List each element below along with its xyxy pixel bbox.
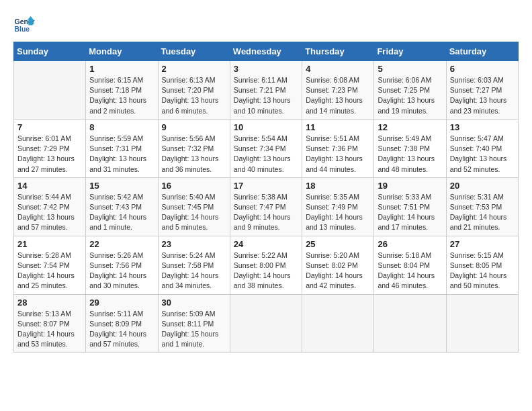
- day-number: 28: [17, 298, 82, 308]
- day-info: Sunrise: 5:54 AMSunset: 7:34 PMDaylight:…: [234, 134, 298, 175]
- day-number: 10: [234, 122, 298, 132]
- calendar-body: 1Sunrise: 6:15 AMSunset: 7:18 PMDaylight…: [14, 61, 519, 353]
- calendar-cell: 19Sunrise: 5:33 AMSunset: 7:51 PMDayligh…: [374, 177, 446, 236]
- day-number: 16: [162, 181, 226, 191]
- calendar-week-2: 7Sunrise: 6:01 AMSunset: 7:29 PMDaylight…: [14, 119, 519, 177]
- day-number: 20: [450, 181, 515, 191]
- day-info: Sunrise: 6:15 AMSunset: 7:18 PMDaylight:…: [89, 75, 154, 116]
- day-number: 24: [234, 239, 298, 249]
- page-header: General Blue: [13, 13, 519, 35]
- calendar-week-3: 14Sunrise: 5:44 AMSunset: 7:42 PMDayligh…: [14, 177, 519, 236]
- day-number: 9: [162, 122, 226, 132]
- day-number: 17: [234, 181, 298, 191]
- calendar-cell: 29Sunrise: 5:11 AMSunset: 8:09 PMDayligh…: [86, 294, 158, 353]
- day-number: 12: [378, 122, 442, 132]
- day-number: 2: [162, 64, 226, 74]
- svg-text:Blue: Blue: [15, 26, 30, 33]
- calendar-cell: 22Sunrise: 5:26 AMSunset: 7:56 PMDayligh…: [86, 236, 158, 294]
- calendar-cell: 5Sunrise: 6:06 AMSunset: 7:25 PMDaylight…: [374, 61, 446, 120]
- day-info: Sunrise: 6:11 AMSunset: 7:21 PMDaylight:…: [234, 75, 298, 116]
- weekday-header-thursday: Thursday: [302, 42, 374, 61]
- day-number: 8: [89, 122, 154, 132]
- day-number: 27: [450, 239, 515, 249]
- day-info: Sunrise: 6:06 AMSunset: 7:25 PMDaylight:…: [378, 75, 442, 116]
- day-info: Sunrise: 6:13 AMSunset: 7:20 PMDaylight:…: [162, 75, 226, 116]
- logo-icon: General Blue: [13, 13, 35, 35]
- calendar-cell: 23Sunrise: 5:24 AMSunset: 7:58 PMDayligh…: [158, 236, 230, 294]
- calendar-cell: [374, 294, 446, 353]
- day-info: Sunrise: 5:47 AMSunset: 7:40 PMDaylight:…: [450, 134, 515, 175]
- calendar-cell: 14Sunrise: 5:44 AMSunset: 7:42 PMDayligh…: [14, 177, 86, 236]
- day-info: Sunrise: 5:40 AMSunset: 7:45 PMDaylight:…: [162, 192, 226, 233]
- day-number: 3: [234, 64, 298, 74]
- calendar-cell: 1Sunrise: 6:15 AMSunset: 7:18 PMDaylight…: [86, 61, 158, 120]
- logo: General Blue: [13, 13, 38, 35]
- weekday-header-friday: Friday: [374, 42, 446, 61]
- calendar-cell: 9Sunrise: 5:56 AMSunset: 7:32 PMDaylight…: [158, 119, 230, 177]
- day-info: Sunrise: 5:11 AMSunset: 8:09 PMDaylight:…: [89, 309, 154, 350]
- day-info: Sunrise: 5:24 AMSunset: 7:58 PMDaylight:…: [162, 250, 226, 291]
- day-info: Sunrise: 5:42 AMSunset: 7:43 PMDaylight:…: [89, 192, 154, 233]
- calendar-cell: 20Sunrise: 5:31 AMSunset: 7:53 PMDayligh…: [446, 177, 518, 236]
- calendar-cell: 12Sunrise: 5:49 AMSunset: 7:38 PMDayligh…: [374, 119, 446, 177]
- day-number: 4: [306, 64, 370, 74]
- day-number: 21: [17, 239, 82, 249]
- day-info: Sunrise: 5:59 AMSunset: 7:31 PMDaylight:…: [89, 134, 154, 175]
- day-info: Sunrise: 5:44 AMSunset: 7:42 PMDaylight:…: [17, 192, 82, 233]
- calendar-cell: 15Sunrise: 5:42 AMSunset: 7:43 PMDayligh…: [86, 177, 158, 236]
- calendar-header: SundayMondayTuesdayWednesdayThursdayFrid…: [14, 42, 519, 61]
- calendar-cell: 28Sunrise: 5:13 AMSunset: 8:07 PMDayligh…: [14, 294, 86, 353]
- calendar-cell: 16Sunrise: 5:40 AMSunset: 7:45 PMDayligh…: [158, 177, 230, 236]
- calendar-cell: 21Sunrise: 5:28 AMSunset: 7:54 PMDayligh…: [14, 236, 86, 294]
- day-info: Sunrise: 5:35 AMSunset: 7:49 PMDaylight:…: [306, 192, 370, 233]
- day-number: 26: [378, 239, 442, 249]
- day-number: 7: [17, 122, 82, 132]
- day-number: 14: [17, 181, 82, 191]
- calendar-cell: 3Sunrise: 6:11 AMSunset: 7:21 PMDaylight…: [230, 61, 302, 120]
- day-number: 6: [450, 64, 515, 74]
- weekday-header-monday: Monday: [86, 42, 158, 61]
- day-info: Sunrise: 5:18 AMSunset: 8:04 PMDaylight:…: [378, 250, 442, 291]
- day-info: Sunrise: 5:26 AMSunset: 7:56 PMDaylight:…: [89, 250, 154, 291]
- calendar-cell: 4Sunrise: 6:08 AMSunset: 7:23 PMDaylight…: [302, 61, 374, 120]
- day-number: 29: [89, 298, 154, 308]
- day-number: 23: [162, 239, 226, 249]
- weekday-header-wednesday: Wednesday: [230, 42, 302, 61]
- day-number: 25: [306, 239, 370, 249]
- calendar-week-4: 21Sunrise: 5:28 AMSunset: 7:54 PMDayligh…: [14, 236, 519, 294]
- day-info: Sunrise: 6:03 AMSunset: 7:27 PMDaylight:…: [450, 75, 515, 116]
- calendar-cell: 8Sunrise: 5:59 AMSunset: 7:31 PMDaylight…: [86, 119, 158, 177]
- day-info: Sunrise: 5:22 AMSunset: 8:00 PMDaylight:…: [234, 250, 298, 291]
- calendar-cell: 18Sunrise: 5:35 AMSunset: 7:49 PMDayligh…: [302, 177, 374, 236]
- day-number: 5: [378, 64, 442, 74]
- calendar-cell: 10Sunrise: 5:54 AMSunset: 7:34 PMDayligh…: [230, 119, 302, 177]
- day-info: Sunrise: 5:33 AMSunset: 7:51 PMDaylight:…: [378, 192, 442, 233]
- calendar-table: SundayMondayTuesdayWednesdayThursdayFrid…: [13, 42, 519, 353]
- calendar-cell: [302, 294, 374, 353]
- calendar-cell: 26Sunrise: 5:18 AMSunset: 8:04 PMDayligh…: [374, 236, 446, 294]
- calendar-cell: [230, 294, 302, 353]
- calendar-cell: 11Sunrise: 5:51 AMSunset: 7:36 PMDayligh…: [302, 119, 374, 177]
- calendar-week-1: 1Sunrise: 6:15 AMSunset: 7:18 PMDaylight…: [14, 61, 519, 120]
- day-info: Sunrise: 6:08 AMSunset: 7:23 PMDaylight:…: [306, 75, 370, 116]
- day-number: 1: [89, 64, 154, 74]
- calendar-cell: 24Sunrise: 5:22 AMSunset: 8:00 PMDayligh…: [230, 236, 302, 294]
- day-info: Sunrise: 5:13 AMSunset: 8:07 PMDaylight:…: [17, 309, 82, 350]
- calendar-cell: [446, 294, 518, 353]
- day-info: Sunrise: 5:20 AMSunset: 8:02 PMDaylight:…: [306, 250, 370, 291]
- day-number: 18: [306, 181, 370, 191]
- day-info: Sunrise: 5:28 AMSunset: 7:54 PMDaylight:…: [17, 250, 82, 291]
- day-info: Sunrise: 6:01 AMSunset: 7:29 PMDaylight:…: [17, 134, 82, 175]
- calendar-cell: 17Sunrise: 5:38 AMSunset: 7:47 PMDayligh…: [230, 177, 302, 236]
- day-number: 22: [89, 239, 154, 249]
- calendar-cell: [14, 61, 86, 120]
- calendar-cell: 6Sunrise: 6:03 AMSunset: 7:27 PMDaylight…: [446, 61, 518, 120]
- day-info: Sunrise: 5:51 AMSunset: 7:36 PMDaylight:…: [306, 134, 370, 175]
- day-number: 11: [306, 122, 370, 132]
- day-info: Sunrise: 5:15 AMSunset: 8:05 PMDaylight:…: [450, 250, 515, 291]
- weekday-header-saturday: Saturday: [446, 42, 518, 61]
- day-info: Sunrise: 5:56 AMSunset: 7:32 PMDaylight:…: [162, 134, 226, 175]
- day-number: 15: [89, 181, 154, 191]
- weekday-header-sunday: Sunday: [14, 42, 86, 61]
- day-number: 13: [450, 122, 515, 132]
